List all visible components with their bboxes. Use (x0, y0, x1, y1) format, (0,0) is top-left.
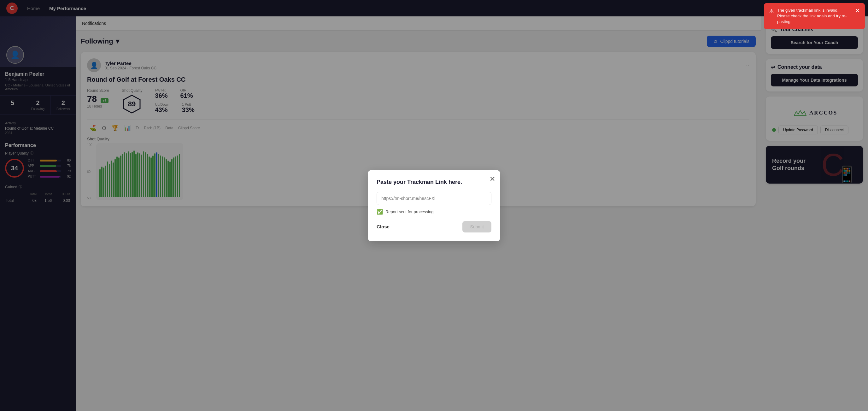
error-message: The given trackman link is invalid. Plea… (777, 7, 852, 25)
modal-close-button[interactable]: Close (377, 224, 390, 229)
error-toast: ⚠ The given trackman link is invalid. Pl… (764, 3, 865, 29)
modal-success-message: ✅ Report sent for processing (377, 209, 491, 215)
success-icon: ✅ (377, 209, 383, 215)
warning-icon: ⚠ (769, 7, 774, 15)
trackman-modal: Paste your Trackman Link here. ✕ ✅ Repor… (368, 170, 500, 241)
modal-overlay: Paste your Trackman Link here. ✕ ✅ Repor… (0, 0, 868, 411)
modal-submit-button[interactable]: Submit (462, 221, 491, 232)
trackman-link-input[interactable] (377, 192, 491, 205)
modal-actions: Close Submit (377, 221, 491, 232)
close-toast-icon[interactable]: ✕ (855, 7, 860, 15)
modal-title: Paste your Trackman Link here. (377, 179, 491, 186)
modal-close-icon[interactable]: ✕ (490, 175, 495, 183)
